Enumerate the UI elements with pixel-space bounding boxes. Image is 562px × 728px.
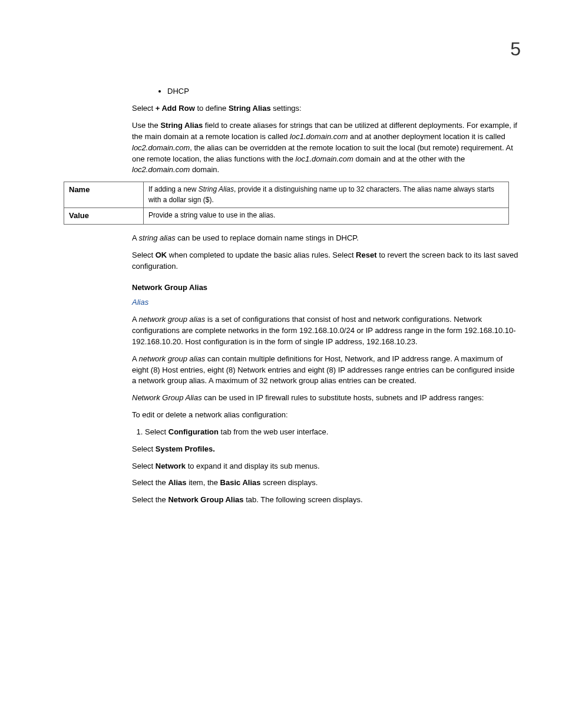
text: to expand it and display its sub menus.: [186, 462, 320, 470]
text: and at another deployment location it is…: [348, 132, 505, 141]
term-cell: Name: [64, 182, 144, 208]
bullet-list: DHCP: [132, 86, 521, 97]
section-heading: Network Group Alias: [132, 282, 521, 294]
text: Select: [145, 427, 168, 436]
bold-text: OK: [156, 251, 167, 259]
text: item, the: [187, 478, 220, 487]
bold-text: Network Group Alias: [168, 495, 243, 504]
text: Select: [132, 444, 156, 453]
list-item: DHCP: [167, 86, 521, 97]
paragraph: A network group alias is a set of config…: [132, 314, 521, 348]
italic-text: loc1.domain.com: [290, 132, 348, 141]
text: screen displays.: [261, 478, 318, 487]
paragraph: Select + Add Row to define String Alias …: [132, 103, 521, 114]
italic-text: String Alias: [199, 185, 234, 193]
body-content: DHCP Select + Add Row to define String A…: [66, 86, 521, 506]
text: settings:: [271, 104, 302, 113]
ordered-list: Select Configuration tab from the web us…: [132, 427, 521, 438]
text: Select the: [132, 478, 168, 487]
page-number: 5: [66, 35, 521, 62]
text: domain and at the other with the: [353, 154, 465, 163]
bold-text: String Alias: [229, 104, 271, 113]
bold-text: Alias: [168, 478, 186, 487]
text: tab. The following screen displays.: [244, 495, 363, 504]
paragraph: Select the Alias item, the Basic Alias s…: [132, 477, 521, 489]
alias-link[interactable]: Alias: [132, 298, 148, 307]
paragraph: Select OK when completed to update the b…: [132, 250, 521, 272]
italic-text: network group alias: [139, 354, 206, 363]
paragraph: A network group alias can contain multip…: [132, 354, 521, 387]
table-row: Value Provide a string value to use in t…: [64, 208, 509, 225]
text: domain.: [190, 165, 219, 174]
paragraph: Select the Network Group Alias tab. The …: [132, 495, 521, 506]
paragraph: Select System Profiles.: [132, 444, 521, 455]
text: to define: [195, 104, 229, 113]
text: Select: [132, 104, 156, 113]
bold-text: Reset: [356, 251, 376, 259]
text: Select: [132, 251, 156, 259]
italic-text: Network Group Alias: [132, 393, 202, 402]
text: Select: [132, 462, 156, 470]
text: A: [132, 354, 139, 363]
text: Use the: [132, 121, 160, 130]
text: can be used to replace domain name sting…: [176, 233, 359, 242]
text: can be used in IP firewall rules to subs…: [202, 393, 484, 402]
desc-cell: If adding a new String Alias, provide it…: [144, 182, 509, 208]
table-row: Name If adding a new String Alias, provi…: [64, 182, 509, 208]
italic-text: loc2.domain.com: [132, 165, 190, 174]
text: when completed to update the basic alias…: [167, 251, 356, 259]
paragraph: Network Group Alias can be used in IP fi…: [132, 393, 521, 404]
term-cell: Value: [64, 208, 144, 225]
definition-table: Name If adding a new String Alias, provi…: [64, 182, 509, 225]
text: tab from the web user interface.: [219, 427, 328, 436]
text: If adding a new: [148, 185, 199, 193]
list-item: Select Configuration tab from the web us…: [145, 427, 521, 438]
text: A: [132, 315, 139, 324]
bold-text: Basic Alias: [220, 478, 261, 487]
bold-text: + Add Row: [156, 104, 195, 113]
italic-text: network group alias: [139, 315, 206, 324]
paragraph: Use the String Alias field to create ali…: [132, 120, 521, 176]
bold-text: System Profiles.: [156, 444, 215, 453]
bold-text: String Alias: [160, 121, 203, 130]
link-line: Alias: [132, 297, 521, 308]
italic-text: loc2.domain.com: [132, 143, 190, 152]
paragraph: A string alias can be used to replace do…: [132, 233, 521, 244]
paragraph: Select Network to expand it and display …: [132, 461, 521, 472]
italic-text: string alias: [139, 233, 176, 242]
bold-text: Configuration: [168, 427, 219, 436]
text: A: [132, 233, 139, 242]
bold-text: Network: [156, 462, 186, 470]
paragraph: To edit or delete a network alias config…: [132, 410, 521, 421]
italic-text: loc1.domain.com: [296, 154, 353, 163]
text: Select the: [132, 495, 168, 504]
desc-cell: Provide a string value to use in the ali…: [144, 208, 509, 225]
